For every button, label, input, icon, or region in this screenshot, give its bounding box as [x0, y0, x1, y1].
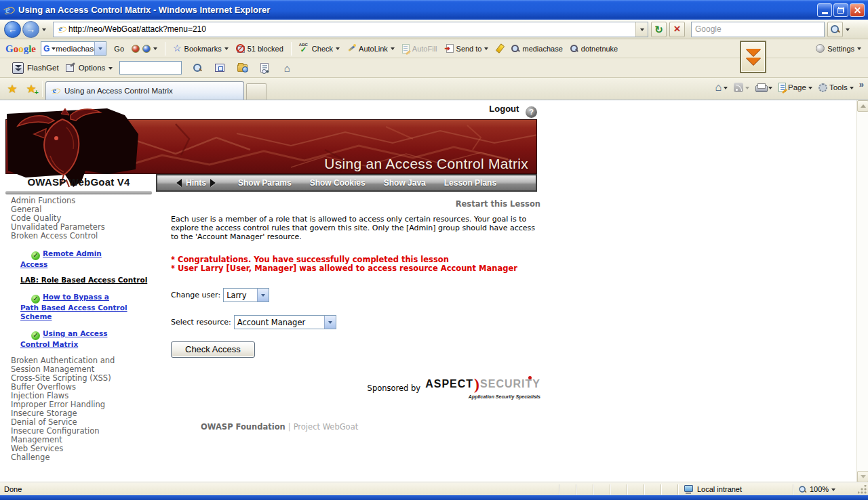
- sponsor-paren: ): [474, 377, 479, 391]
- select-resource-row: Select resource: Account Manager: [171, 315, 540, 329]
- select-arrow-button[interactable]: [324, 316, 336, 329]
- search-web-button[interactable]: [132, 45, 157, 53]
- chevron-down-icon: [108, 67, 113, 72]
- back-button[interactable]: ←: [4, 21, 21, 38]
- aspect-security-logo[interactable]: ASPECT ) SECURITY Application Security S…: [425, 377, 540, 399]
- print-button[interactable]: [755, 83, 772, 92]
- download-chevron-icon: [746, 58, 761, 65]
- chevron-down-icon: [261, 294, 265, 299]
- flashget-drop-zone[interactable]: [740, 41, 766, 73]
- menu-hints[interactable]: Hints: [186, 178, 206, 188]
- status-text: Done: [0, 485, 559, 493]
- command-bar: ⌂ Page Tools »: [709, 78, 865, 100]
- minimize-button[interactable]: [817, 3, 832, 17]
- page-menu-button[interactable]: Page: [778, 83, 812, 92]
- google-logo: Google: [5, 43, 36, 54]
- menu-lesson-plans[interactable]: Lesson Plans: [444, 178, 496, 188]
- menu-show-cookies[interactable]: Show Cookies: [310, 178, 366, 188]
- status-pane: [644, 484, 660, 495]
- spellcheck-button[interactable]: Check: [299, 44, 340, 54]
- url-dropdown-button[interactable]: [635, 22, 648, 37]
- chevron-down-icon: [336, 47, 340, 52]
- autolink-button[interactable]: AutoLink: [347, 44, 395, 53]
- change-user-select[interactable]: Larry: [223, 288, 269, 302]
- lesson-menu-bar: Hints Show Params Show Cookies Show Java…: [156, 174, 537, 192]
- stop-button[interactable]: ×: [669, 22, 685, 37]
- url-input[interactable]: [68, 23, 635, 36]
- dotnetnuke-search-button[interactable]: dotnetnuke: [570, 45, 618, 53]
- previous-hint-arrow-icon[interactable]: [172, 179, 182, 187]
- autofill-button: AutoFill: [402, 44, 437, 54]
- status-pane: [559, 484, 576, 495]
- sponsor-name-part2: SECURITY: [480, 378, 540, 390]
- select-arrow-button[interactable]: [257, 289, 269, 301]
- page-favicon: e: [58, 25, 66, 34]
- flashget-capture-button[interactable]: [213, 61, 226, 75]
- resize-grip[interactable]: [858, 485, 868, 495]
- search-options-dropdown-icon[interactable]: [846, 28, 850, 33]
- mediachase-search-button[interactable]: mediachase: [511, 45, 562, 53]
- forward-button[interactable]: →: [22, 21, 39, 38]
- add-favorite-button[interactable]: ★+: [23, 81, 39, 97]
- status-pane: [660, 484, 677, 495]
- status-pane: [576, 484, 593, 495]
- restore-button[interactable]: [833, 3, 848, 17]
- flashget-search-input[interactable]: [119, 61, 182, 75]
- menu-show-params[interactable]: Show Params: [238, 178, 292, 188]
- google-search-combo[interactable]: G mediachase: [41, 41, 106, 56]
- new-tab-button[interactable]: [246, 83, 267, 100]
- footer-webgoat-link[interactable]: Project WebGoat: [294, 422, 359, 432]
- help-button[interactable]: ?: [526, 106, 537, 118]
- tab-active[interactable]: e Using an Access Control Matrix: [45, 81, 244, 100]
- security-zone-label: Local intranet: [697, 485, 742, 493]
- flashget-options-button[interactable]: Options: [66, 64, 113, 72]
- tools-menu-button[interactable]: Tools: [818, 83, 854, 92]
- flashget-button[interactable]: FlashGet: [12, 62, 59, 74]
- sidebar-item-broken-access-control[interactable]: Broken Access Control: [5, 232, 134, 241]
- chevron-down-icon: [768, 87, 772, 91]
- history-dropdown-icon[interactable]: [42, 28, 46, 33]
- home-button[interactable]: ⌂: [715, 82, 728, 93]
- window-bottom-border: [0, 495, 868, 500]
- capture-window-icon: [215, 64, 224, 72]
- status-pane: [593, 484, 610, 495]
- check-access-button[interactable]: Check Access: [171, 341, 255, 358]
- flashget-home-button[interactable]: ⌂: [280, 61, 294, 75]
- google-combo-dropdown[interactable]: [94, 42, 106, 55]
- flashget-download-links-button[interactable]: [258, 61, 271, 75]
- scroll-down-button[interactable]: [857, 471, 868, 482]
- search-button[interactable]: [827, 22, 843, 37]
- sidebar-item-challenge[interactable]: Challenge: [5, 453, 134, 462]
- restart-lesson-link[interactable]: Restart this Lesson: [171, 199, 540, 209]
- chevron-down-icon: [328, 321, 332, 326]
- separator: [165, 42, 165, 56]
- settings-button[interactable]: Settings: [816, 44, 861, 53]
- logout-link[interactable]: Logout: [489, 104, 519, 114]
- sidebar-item-insecure-configuration[interactable]: Insecure Configuration Management: [5, 427, 134, 444]
- popup-blocker-button[interactable]: 51 blocked: [236, 44, 283, 53]
- next-hint-arrow-icon[interactable]: [210, 179, 220, 187]
- close-button[interactable]: [850, 3, 865, 17]
- toolbar-overflow-button[interactable]: »: [859, 79, 864, 89]
- chevron-down-icon: [153, 47, 157, 52]
- footer-owasp-link[interactable]: OWASP Foundation: [201, 422, 285, 432]
- menu-show-java[interactable]: Show Java: [384, 178, 426, 188]
- page-scrollbar[interactable]: [856, 100, 868, 482]
- flashget-site-folder-button[interactable]: [235, 61, 249, 75]
- scroll-up-button[interactable]: [857, 100, 868, 112]
- lesson-link-lab-rbac[interactable]: LAB: Role Based Access Control: [20, 276, 168, 284]
- flashget-search-button[interactable]: [191, 61, 204, 75]
- chevron-down-icon: [808, 87, 812, 91]
- sidebar-item-broken-auth[interactable]: Broken Authentication and Session Manage…: [5, 356, 134, 374]
- refresh-button[interactable]: ↻: [651, 22, 667, 37]
- select-resource-select[interactable]: Account Manager: [234, 315, 336, 329]
- send-to-button[interactable]: Send to: [445, 44, 489, 53]
- bookmarks-button[interactable]: ☆Bookmarks: [173, 44, 229, 53]
- search-input[interactable]: [691, 22, 825, 37]
- zoom-control[interactable]: 100%: [793, 484, 858, 495]
- highlight-button[interactable]: [496, 44, 504, 53]
- spellcheck-icon: [299, 44, 309, 54]
- favorites-center-button[interactable]: ★: [4, 81, 20, 97]
- settings-icon: [816, 44, 825, 53]
- google-go-button[interactable]: Go: [114, 45, 124, 53]
